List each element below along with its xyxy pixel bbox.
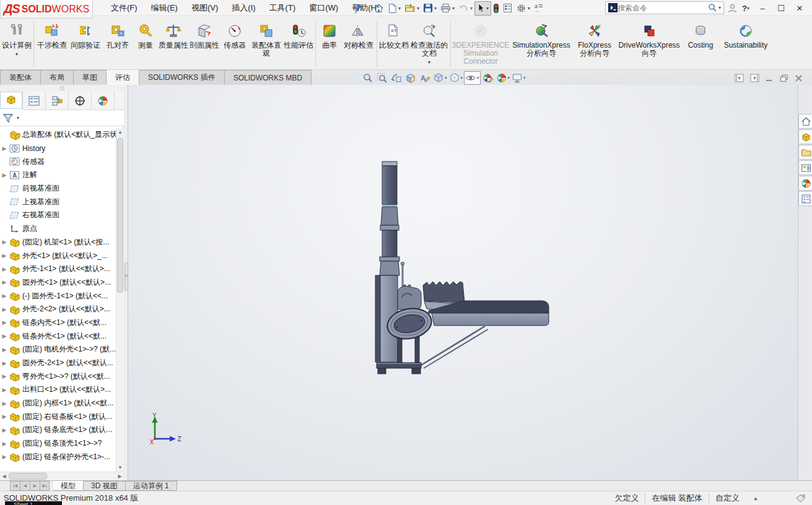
panel-splitter[interactable] xyxy=(124,85,128,480)
tree-item-11[interactable]: ▶(-) 圆外壳-1<1> (默认<<... xyxy=(0,289,116,303)
task-pane-tab-view-palette[interactable] xyxy=(798,160,812,175)
previous-view-button[interactable] xyxy=(390,71,403,85)
curvature-button[interactable]: 曲率 xyxy=(317,19,342,69)
traffic-light-button[interactable] xyxy=(491,1,501,15)
sustainability-button[interactable]: Sustainability xyxy=(718,19,773,69)
check-active-document-button[interactable]: *检查激活的文档▾ xyxy=(409,19,449,69)
panel-tab-displaymanager[interactable] xyxy=(92,92,115,110)
doc-close-button[interactable] xyxy=(795,74,803,82)
first-tab-icon[interactable]: |◀ xyxy=(10,481,20,491)
close-button[interactable]: ✕ xyxy=(792,1,808,15)
tree-item-14[interactable]: ▶链条外壳<1> (默认<<默... xyxy=(0,329,116,343)
tree-root[interactable]: 总装配体 (默认<默认_显示状态 xyxy=(0,128,116,142)
maximize-button[interactable]: ☐ xyxy=(773,1,789,15)
next-tab-icon[interactable]: ▶ xyxy=(30,481,40,491)
task-pane-tab-solidworks-resources[interactable] xyxy=(798,114,812,129)
tree-item-12[interactable]: ▶外壳-2<2> (默认<<默认>... xyxy=(0,303,116,316)
section-properties-button[interactable]: 剖面属性 xyxy=(189,19,220,69)
measure-button[interactable]: 测量 xyxy=(133,19,158,69)
expand-arrow-icon[interactable]: ▶ xyxy=(0,306,9,313)
search-magnifier-icon[interactable] xyxy=(708,3,717,12)
graphics-viewport[interactable]: Y Z X xyxy=(128,85,798,480)
tree-item-15[interactable]: ▶(固定) 电机外壳<1>->? (默... xyxy=(0,343,116,356)
expand-arrow-icon[interactable]: ▶ xyxy=(0,266,9,272)
options-gear-button[interactable]: ▾ xyxy=(514,1,532,15)
ribbon-tab-草图[interactable]: 草图 xyxy=(74,70,107,85)
menu-i[interactable]: 插入(I) xyxy=(225,0,262,16)
expand-arrow-icon[interactable]: ▶ xyxy=(0,387,9,393)
floxpress-wizard-button[interactable]: #FloXpress 分析向导 xyxy=(574,19,616,69)
doc-minimize-button[interactable] xyxy=(766,74,774,82)
tree-item-6[interactable]: 原点 xyxy=(0,222,116,236)
ribbon-tab-装配体[interactable]: 装配体 xyxy=(0,70,41,85)
search-input[interactable] xyxy=(618,4,708,12)
menu-v[interactable]: 视图(V) xyxy=(185,0,225,16)
tree-item-5[interactable]: 右视基准面 xyxy=(0,209,116,222)
tree-item-1[interactable]: 传感器 xyxy=(0,155,116,168)
tree-vertical-scrollbar[interactable]: ▲ ▼ xyxy=(116,128,124,472)
expand-arrow-icon[interactable]: ▶ xyxy=(0,252,9,259)
open-document-button[interactable]: ▾ xyxy=(403,1,421,15)
expand-arrow-icon[interactable]: ▶ xyxy=(0,333,9,339)
expand-arrow-icon[interactable]: ▶ xyxy=(0,441,9,447)
section-view-button[interactable] xyxy=(404,71,417,85)
tree-horizontal-scrollbar[interactable]: ◀ ▶ xyxy=(0,472,124,480)
doc-tab-模型[interactable]: 模型 xyxy=(53,481,84,491)
tree-item-16[interactable]: ▶圆外壳-2<1> (默认<<默认... xyxy=(0,356,116,370)
task-pane-tab-custom-properties[interactable] xyxy=(798,191,812,206)
clearance-verification-button[interactable]: 间隙验证 xyxy=(69,19,102,69)
minimize-button[interactable]: – xyxy=(754,1,771,15)
tree-item-22[interactable]: ▶(固定) 链条顶壳1<1>->? xyxy=(0,437,116,451)
custom-status[interactable]: 自定义 xyxy=(715,493,740,504)
driveworksxpress-wizard-button[interactable]: DriveWorksXpress 向导 xyxy=(616,19,683,69)
apply-scene-button[interactable]: ▾ xyxy=(495,71,511,85)
expand-arrow-icon[interactable]: ▶ xyxy=(0,400,9,407)
tree-item-23[interactable]: ▶(固定) 链条保护外壳<1>-... xyxy=(0,451,116,464)
print-button[interactable]: ▾ xyxy=(439,1,456,15)
expand-arrow-icon[interactable]: ▶ xyxy=(0,360,9,366)
display-style-button[interactable]: ▾ xyxy=(448,71,464,85)
expand-arrow-icon[interactable]: ▶ xyxy=(0,172,9,178)
tree-item-17[interactable]: ▶弯外壳<1>->? (默认<<默... xyxy=(0,369,116,383)
tree-filter[interactable]: ▾ xyxy=(0,110,124,126)
task-pane-tab-design-library[interactable] xyxy=(798,129,812,144)
mass-properties-button[interactable]: 质量属性 xyxy=(158,19,189,69)
ribbon-tab-solidworks-mbd[interactable]: SOLIDWORKS MBD xyxy=(225,70,312,85)
tree-item-8[interactable]: ▶外壳<1> (默认<<默认>_... xyxy=(0,249,116,262)
assembly-model[interactable] xyxy=(370,154,556,383)
pane-left-button[interactable] xyxy=(735,74,744,82)
task-pane-tab-appearances-scenes[interactable] xyxy=(798,176,812,191)
hole-alignment-button[interactable]: 孔对齐 xyxy=(102,19,133,69)
design-study-button[interactable]: 设计算例▾ xyxy=(1,19,32,69)
ribbon-tab-布局[interactable]: 布局 xyxy=(41,70,74,85)
scroll-right-icon[interactable]: ▶ xyxy=(116,472,124,480)
pane-right-button[interactable] xyxy=(750,74,759,82)
filter-dropdown-arrow[interactable]: ▾ xyxy=(17,115,19,121)
menu-f[interactable]: 文件(F) xyxy=(104,0,144,16)
view-settings-button[interactable]: ▾ xyxy=(511,71,526,85)
tree-item-4[interactable]: 上视基准面 xyxy=(0,195,116,209)
custom-status-arrow[interactable]: ▲ xyxy=(753,496,758,501)
tree-item-21[interactable]: ▶(固定) 链条底壳<1> (默认... xyxy=(0,423,116,437)
menu-e[interactable]: 编辑(E) xyxy=(144,0,185,16)
menu-t[interactable]: 工具(T) xyxy=(263,0,303,16)
task-pane-tab-file-explorer[interactable] xyxy=(798,145,812,160)
dynamic-annotation-views-button[interactable]: A xyxy=(418,71,432,85)
costing-button[interactable]: Costing xyxy=(683,19,718,69)
tree-item-2[interactable]: ▶A注解 xyxy=(0,168,116,182)
select-button[interactable]: ▾ xyxy=(474,1,491,15)
tag-icon[interactable] xyxy=(795,494,806,503)
new-document-button[interactable]: ▾ xyxy=(386,1,403,15)
zoom-to-area-button[interactable] xyxy=(375,71,389,85)
prev-tab-icon[interactable]: ◀ xyxy=(20,481,30,491)
compare-documents-button[interactable]: =?比较文档 xyxy=(378,19,409,69)
feature-statistics-button[interactable] xyxy=(501,1,514,15)
expand-arrow-icon[interactable]: ▶ xyxy=(0,373,9,379)
tree-item-18[interactable]: ▶出料口<1> (默认<<默认>... xyxy=(0,383,116,397)
user-icon[interactable] xyxy=(728,4,737,13)
tree-item-10[interactable]: ▶圆外壳<1> (默认<<默认>... xyxy=(0,276,116,290)
save-button[interactable]: ▾ xyxy=(421,1,439,15)
symmetry-check-button[interactable]: 对称检查 xyxy=(342,19,375,69)
hscroll-thumb[interactable] xyxy=(9,473,47,480)
panel-tab-propertymanager[interactable] xyxy=(23,92,46,110)
